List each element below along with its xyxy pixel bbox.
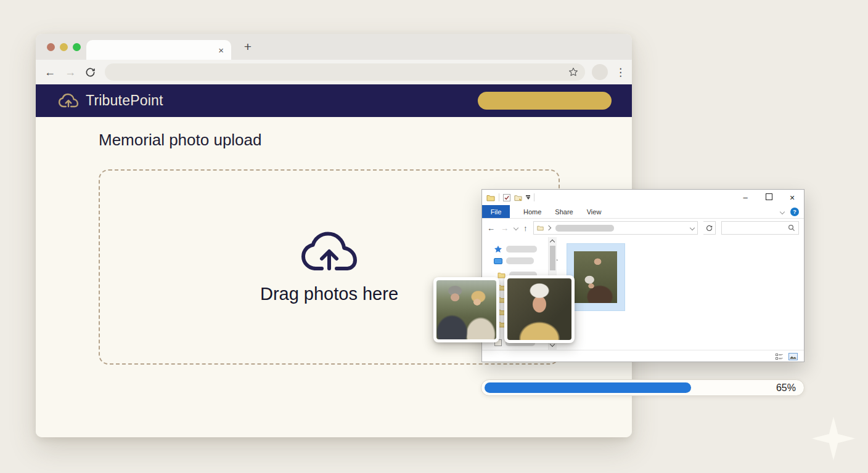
site-brand[interactable]: TributePoint	[58, 92, 163, 109]
refresh-icon	[706, 225, 713, 232]
tab-close-icon[interactable]: ×	[218, 46, 224, 55]
quick-access-star-icon	[494, 245, 502, 253]
forward-button[interactable]: →	[65, 67, 76, 78]
address-bar[interactable]	[105, 63, 585, 81]
tab-share[interactable]: Share	[555, 208, 573, 216]
divider	[534, 193, 534, 201]
browser-toolbar: ← → ⋮	[36, 60, 632, 84]
selected-photo-item[interactable]	[567, 243, 625, 311]
quick-access-toolbar	[486, 193, 534, 201]
recent-locations-icon[interactable]	[514, 225, 518, 230]
scroll-up-icon[interactable]	[550, 240, 555, 245]
sparkle-decoration	[811, 416, 856, 461]
redacted-path-text	[555, 225, 614, 232]
close-window-button[interactable]	[47, 43, 55, 51]
redacted-label	[506, 246, 537, 253]
explorer-minimize-button[interactable]: –	[734, 193, 757, 202]
explorer-navigation-bar: ← → ↑	[482, 219, 804, 237]
desktop-canvas: × + ← → ⋮	[0, 0, 868, 473]
window-traffic-lights	[47, 43, 81, 51]
photo-man-image	[507, 278, 571, 340]
back-button[interactable]: ←	[44, 67, 55, 78]
properties-check-icon[interactable]	[503, 194, 510, 201]
cloud-upload-icon	[300, 230, 359, 274]
upload-progress-bar: 65%	[481, 379, 805, 396]
tab-home[interactable]: Home	[523, 208, 541, 216]
upload-progress-label: 65%	[776, 382, 796, 394]
photo-thumbnail-couple	[574, 251, 617, 303]
new-folder-icon[interactable]	[514, 194, 522, 201]
bookmark-star-icon[interactable]	[568, 67, 579, 78]
page-title: Memorial photo upload	[99, 131, 262, 150]
location-folder-icon	[537, 225, 544, 231]
dropzone-label: Drag photos here	[260, 284, 398, 304]
dragged-photo-elderly-man[interactable]	[504, 275, 575, 343]
dragged-photo-couple[interactable]	[433, 277, 499, 342]
upload-progress-fill	[485, 382, 691, 393]
browser-tab[interactable]: ×	[86, 40, 231, 60]
site-header: TributePoint	[36, 84, 632, 117]
explorer-back-button[interactable]: ←	[487, 224, 495, 233]
minimize-window-button[interactable]	[60, 43, 68, 51]
explorer-address-bar[interactable]	[533, 221, 698, 235]
zoom-window-button[interactable]	[73, 43, 81, 51]
new-tab-button[interactable]: +	[239, 38, 256, 55]
refresh-button[interactable]	[703, 221, 716, 235]
desktop-icon	[494, 258, 502, 264]
help-button[interactable]: ?	[790, 208, 799, 216]
header-action-button[interactable]	[478, 92, 612, 110]
details-view-icon[interactable]	[776, 354, 784, 360]
scrollbar-thumb[interactable]	[550, 246, 555, 270]
explorer-close-button[interactable]: ×	[780, 193, 804, 203]
brand-name: TributePoint	[86, 92, 163, 109]
explorer-maximize-button[interactable]	[757, 193, 780, 201]
address-dropdown-icon[interactable]	[690, 225, 695, 230]
folder-icon	[486, 194, 495, 201]
explorer-titlebar[interactable]: – ×	[482, 190, 804, 205]
reload-icon	[85, 67, 96, 78]
breadcrumb-chevron-icon	[546, 225, 551, 230]
explorer-up-button[interactable]: ↑	[523, 224, 528, 233]
profile-avatar[interactable]	[592, 64, 608, 80]
cloud-upload-logo-icon	[58, 92, 79, 109]
collapse-ribbon-icon[interactable]	[780, 209, 785, 214]
explorer-ribbon-tabs: File Home Share View ?	[482, 205, 804, 219]
browser-menu-icon[interactable]: ⋮	[615, 66, 626, 79]
maximize-icon	[766, 193, 772, 200]
tab-view[interactable]: View	[587, 208, 602, 216]
divider	[499, 193, 499, 201]
redacted-label	[506, 257, 534, 264]
explorer-window-controls: – ×	[734, 193, 804, 203]
photo-couple-image	[436, 280, 496, 339]
browser-tab-strip: × +	[36, 34, 632, 60]
explorer-forward-button[interactable]: →	[501, 224, 509, 233]
sidebar-item-quick-access[interactable]	[494, 245, 537, 253]
customize-toolbar-icon[interactable]	[526, 195, 530, 199]
search-icon	[788, 224, 795, 232]
thumbnail-view-icon[interactable]	[788, 353, 798, 360]
tab-file[interactable]: File	[482, 205, 510, 218]
explorer-status-bar	[482, 350, 804, 363]
reload-button[interactable]	[85, 67, 96, 78]
explorer-search-box[interactable]	[721, 221, 799, 235]
